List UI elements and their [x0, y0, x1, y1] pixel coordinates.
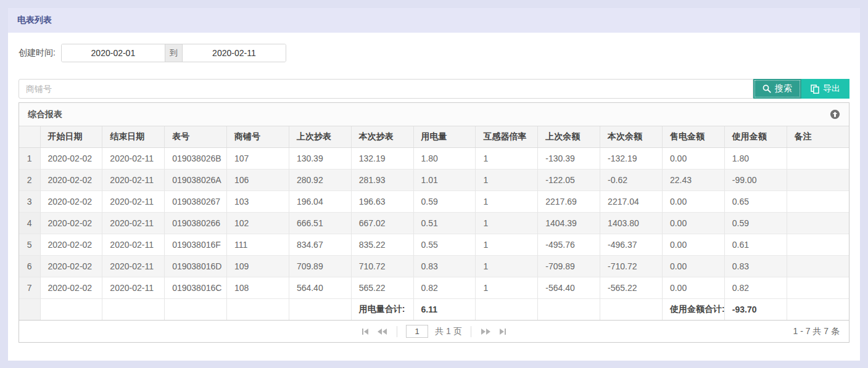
summary-cell [787, 298, 849, 320]
table-cell: 710.72 [351, 255, 413, 277]
export-button[interactable]: 导出 [801, 79, 849, 99]
row-number-header [19, 126, 40, 147]
prev-page-icon[interactable] [376, 327, 388, 336]
table-cell: 0.55 [413, 234, 476, 255]
report-grid: 综合报表 开始日期结束日期表号商铺号上次抄表本次抄表用电量互感器倍率上次余额本次… [19, 102, 849, 343]
table-row[interactable]: 22020-02-022020-02-11019038026A106280.92… [19, 169, 849, 190]
table-cell: 107 [227, 147, 289, 169]
first-page-icon[interactable] [361, 327, 370, 336]
summary-cell [600, 298, 663, 320]
table-cell: -130.39 [538, 147, 600, 169]
column-header[interactable]: 结束日期 [102, 126, 165, 147]
shop-number-search-input[interactable] [19, 79, 753, 99]
summary-cell [227, 298, 289, 320]
table-cell: 103 [227, 190, 289, 212]
column-header[interactable]: 上次余额 [538, 126, 600, 147]
table-cell: 0.00 [662, 212, 724, 234]
table-cell: 2020-02-02 [40, 255, 102, 277]
column-header[interactable]: 使用金额 [724, 126, 787, 147]
table-cell: 0.83 [724, 255, 787, 277]
pager-separator [397, 326, 397, 337]
search-icon [763, 84, 771, 93]
summary-cell: -93.70 [724, 298, 787, 320]
last-page-icon[interactable] [498, 327, 507, 336]
table-cell: -564.40 [538, 277, 600, 298]
table-cell: 0.83 [413, 255, 476, 277]
export-icon [811, 84, 819, 94]
meter-list-panel: 电表列表 创建时间: 到 搜索 [8, 8, 860, 361]
table-cell: 2217.04 [600, 190, 663, 212]
table-row[interactable]: 52020-02-022020-02-11019038016F111834.67… [19, 234, 849, 255]
table-cell: 0.00 [662, 255, 724, 277]
table-row[interactable]: 62020-02-022020-02-11019038016D109709.89… [19, 255, 849, 277]
column-header[interactable]: 开始日期 [40, 126, 102, 147]
table-cell: 108 [227, 277, 289, 298]
column-header[interactable]: 备注 [787, 126, 849, 147]
column-header[interactable]: 用电量 [413, 126, 476, 147]
table-cell: 130.39 [289, 147, 351, 169]
table-cell: 2020-02-11 [102, 255, 165, 277]
next-page-icon[interactable] [480, 327, 492, 336]
table-cell [787, 190, 849, 212]
search-button[interactable]: 搜索 [753, 79, 801, 99]
table-cell: 0.00 [662, 190, 724, 212]
table-cell: 0.65 [724, 190, 787, 212]
table-row[interactable]: 72020-02-022020-02-11019038016C108564.40… [19, 277, 849, 298]
summary-cell [538, 298, 600, 320]
table-cell: 0.59 [413, 190, 476, 212]
table-cell: 111 [227, 234, 289, 255]
table-cell: 2217.69 [538, 190, 600, 212]
collapse-grid-icon[interactable] [830, 109, 840, 120]
row-number-cell: 2 [19, 169, 40, 190]
table-cell: 2020-02-11 [102, 169, 165, 190]
summary-cell [289, 298, 351, 320]
column-header[interactable]: 互感器倍率 [476, 126, 538, 147]
table-cell: 2020-02-11 [102, 212, 165, 234]
table-cell: -565.22 [600, 277, 663, 298]
table-cell: 019038016D [165, 255, 227, 277]
summary-row: 用电量合计:6.11使用金额合计:-93.70 [19, 298, 849, 320]
column-header[interactable]: 售电金额 [662, 126, 724, 147]
table-row[interactable]: 32020-02-022020-02-110190380267103196.04… [19, 190, 849, 212]
table-cell: 1 [476, 255, 538, 277]
table-cell: 1 [476, 212, 538, 234]
column-header[interactable]: 商铺号 [227, 126, 289, 147]
total-pages-label: 共 1 页 [435, 326, 462, 337]
table-row[interactable]: 12020-02-022020-02-11019038026B107130.39… [19, 147, 849, 169]
table-cell: 2020-02-02 [40, 212, 102, 234]
table-cell: 1 [476, 234, 538, 255]
table-cell: 835.22 [351, 234, 413, 255]
table-cell: 666.51 [289, 212, 351, 234]
table-cell: 0.00 [662, 147, 724, 169]
report-title: 综合报表 [28, 109, 62, 120]
date-from-input[interactable] [62, 44, 165, 62]
created-time-label: 创建时间: [19, 47, 56, 59]
table-cell: 709.89 [289, 255, 351, 277]
column-header[interactable]: 上次抄表 [289, 126, 351, 147]
export-button-label: 导出 [823, 83, 840, 94]
table-cell: 1.80 [724, 147, 787, 169]
table-cell: 1 [476, 169, 538, 190]
table-cell [787, 234, 849, 255]
table-row[interactable]: 42020-02-022020-02-110190380266102666.51… [19, 212, 849, 234]
table-cell: 196.04 [289, 190, 351, 212]
date-to-input[interactable] [183, 44, 286, 62]
table-cell: 2020-02-11 [102, 147, 165, 169]
table-cell: 019038016F [165, 234, 227, 255]
page-number-input[interactable] [406, 325, 428, 338]
column-header[interactable]: 本次余额 [600, 126, 663, 147]
table-cell [787, 147, 849, 169]
table-cell: 132.19 [351, 147, 413, 169]
column-header[interactable]: 表号 [165, 126, 227, 147]
table-cell: 564.40 [289, 277, 351, 298]
column-header[interactable]: 本次抄表 [351, 126, 413, 147]
summary-cell [165, 298, 227, 320]
panel-body: 创建时间: 到 搜索 [8, 33, 860, 343]
summary-cell [476, 298, 538, 320]
row-number-cell: 7 [19, 277, 40, 298]
table-cell [787, 212, 849, 234]
table-cell: 2020-02-02 [40, 277, 102, 298]
table-cell: 1404.39 [538, 212, 600, 234]
date-range-separator: 到 [165, 44, 183, 62]
table-cell: 834.67 [289, 234, 351, 255]
